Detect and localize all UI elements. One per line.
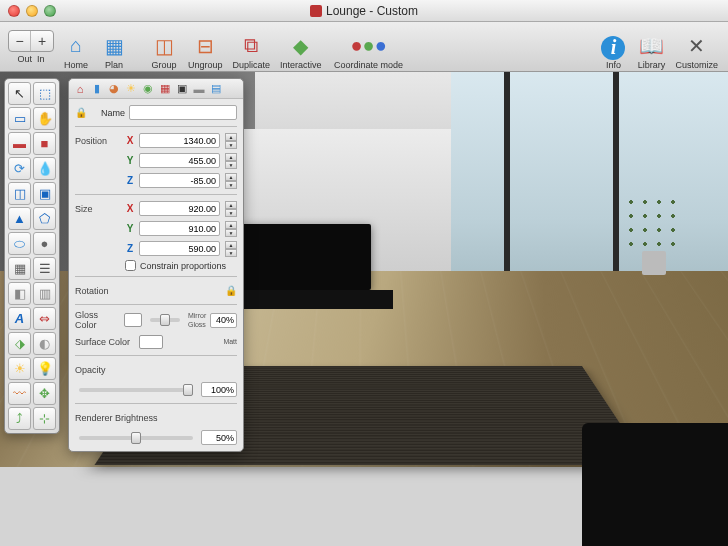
minimize-window-button[interactable]: [26, 5, 38, 17]
opacity-pct-field[interactable]: [201, 382, 237, 397]
info-icon: i: [601, 36, 625, 60]
window-title: Lounge - Custom: [326, 4, 418, 18]
coordinate-icon: ●●●: [355, 32, 383, 60]
ungroup-button[interactable]: ⊟Ungroup: [184, 24, 227, 70]
path-tool[interactable]: ⤴: [8, 407, 31, 430]
coordinate-mode-button[interactable]: ●●●Coordinate mode: [328, 24, 410, 70]
position-x-stepper[interactable]: ▲▼: [225, 133, 237, 148]
size-z-stepper[interactable]: ▲▼: [225, 241, 237, 256]
home-button[interactable]: ⌂Home: [58, 24, 94, 70]
inspector-layers-icon[interactable]: ▦: [158, 82, 172, 96]
light-tool[interactable]: ☀: [8, 357, 31, 380]
select-tool[interactable]: ⬚: [33, 82, 56, 105]
zoom-in-button[interactable]: +: [31, 31, 53, 51]
axis-y-label: Y: [125, 155, 135, 166]
gloss-color-swatch[interactable]: [124, 313, 142, 327]
size-y-stepper[interactable]: ▲▼: [225, 221, 237, 236]
size-z-field[interactable]: [139, 241, 220, 256]
fill-rect-tool[interactable]: ■: [33, 132, 56, 155]
move-tool[interactable]: ✥: [33, 382, 56, 405]
hand-tool[interactable]: ✋: [33, 107, 56, 130]
group-icon: ◫: [150, 32, 178, 60]
window-tool[interactable]: ◫: [8, 182, 31, 205]
inspector-globe-icon[interactable]: ◉: [141, 82, 155, 96]
document-icon: [310, 5, 322, 17]
cylinder-tool[interactable]: ⬭: [8, 232, 31, 255]
roof-tool[interactable]: ⬗: [8, 332, 31, 355]
name-field[interactable]: [129, 105, 237, 120]
customize-button[interactable]: ✕Customize: [671, 24, 722, 70]
tool-palette: ↖ ⬚ ▭ ✋ ▬ ■ ⟳ 💧 ◫ ▣ ▲ ⬠ ⬭ ● ▦ ☰ ◧ ▥ A ⇔ …: [4, 78, 60, 434]
group-button[interactable]: ◫Group: [146, 24, 182, 70]
tv-object: [240, 224, 371, 290]
close-window-button[interactable]: [8, 5, 20, 17]
cube-tool[interactable]: ◧: [8, 282, 31, 305]
measure-tool[interactable]: ⇔: [33, 307, 56, 330]
door-tool[interactable]: ▣: [33, 182, 56, 205]
inspector-light-icon[interactable]: ☀: [124, 82, 138, 96]
rotation-lock-icon[interactable]: 🔒: [225, 285, 237, 297]
bulb-tool[interactable]: 💡: [33, 357, 56, 380]
gloss-pct-field[interactable]: [210, 313, 237, 328]
sofa-object: [582, 423, 728, 546]
position-z-stepper[interactable]: ▲▼: [225, 173, 237, 188]
inspector-wall-icon[interactable]: ▬: [192, 82, 206, 96]
opacity-label: Opacity: [75, 365, 121, 375]
size-y-field[interactable]: [139, 221, 220, 236]
wall-tool[interactable]: ▭: [8, 107, 31, 130]
curve-tool[interactable]: 〰: [8, 382, 31, 405]
library-icon: 📖: [637, 32, 665, 60]
lock-icon[interactable]: 🔒: [75, 107, 87, 119]
plan-icon: ▦: [100, 32, 128, 60]
zoom-window-button[interactable]: [44, 5, 56, 17]
ungroup-icon: ⊟: [191, 32, 219, 60]
position-x-field[interactable]: [139, 133, 220, 148]
surface-color-swatch[interactable]: [139, 335, 163, 349]
rotate-tool[interactable]: ⟳: [8, 157, 31, 180]
position-z-field[interactable]: [139, 173, 220, 188]
material-tool[interactable]: ◐: [33, 332, 56, 355]
customize-icon: ✕: [683, 32, 711, 60]
inspector-film-icon[interactable]: ▤: [209, 82, 223, 96]
brightness-slider[interactable]: [79, 436, 193, 440]
pentagon-tool[interactable]: ⬠: [33, 207, 56, 230]
node-tool[interactable]: ⊹: [33, 407, 56, 430]
interactive-icon: ◆: [287, 32, 315, 60]
duplicate-icon: ⧉: [237, 32, 265, 60]
inspector-camera-icon[interactable]: ▣: [175, 82, 189, 96]
plan-button[interactable]: ▦Plan: [96, 24, 132, 70]
size-x-stepper[interactable]: ▲▼: [225, 201, 237, 216]
inspector-paint-icon[interactable]: ◕: [107, 82, 121, 96]
inspector-chart-icon[interactable]: ▮: [90, 82, 104, 96]
pointer-tool[interactable]: ↖: [8, 82, 31, 105]
duplicate-button[interactable]: ⧉Duplicate: [229, 24, 275, 70]
brightness-pct-field[interactable]: [201, 430, 237, 445]
interactive-button[interactable]: ◆Interactive: [276, 24, 326, 70]
constrain-checkbox[interactable]: [125, 260, 136, 271]
sphere-tool[interactable]: ●: [33, 232, 56, 255]
text-tool[interactable]: A: [8, 307, 31, 330]
stairs-tool[interactable]: ☰: [33, 257, 56, 280]
gloss-slider[interactable]: [150, 318, 180, 322]
grid-tool[interactable]: ▦: [8, 257, 31, 280]
rect-tool[interactable]: ▬: [8, 132, 31, 155]
home-icon: ⌂: [62, 32, 90, 60]
position-label: Position: [75, 136, 121, 146]
zoom-in-label: In: [37, 54, 45, 64]
name-label: Name: [101, 108, 125, 118]
axis-z-label: Z: [125, 175, 135, 186]
opacity-slider[interactable]: [79, 388, 193, 392]
inspector-home-icon[interactable]: ⌂: [73, 82, 87, 96]
gloss-color-label: Gloss Color: [75, 310, 120, 330]
size-label: Size: [75, 204, 121, 214]
inspector-panel: ⌂ ▮ ◕ ☀ ◉ ▦ ▣ ▬ ▤ 🔒 Name Position X ▲▼ Y…: [68, 78, 244, 452]
position-y-field[interactable]: [139, 153, 220, 168]
zoom-out-button[interactable]: −: [9, 31, 31, 51]
position-y-stepper[interactable]: ▲▼: [225, 153, 237, 168]
triangle-tool[interactable]: ▲: [8, 207, 31, 230]
size-x-field[interactable]: [139, 201, 220, 216]
panel-tool[interactable]: ▥: [33, 282, 56, 305]
library-button[interactable]: 📖Library: [633, 24, 669, 70]
info-button[interactable]: iInfo: [595, 24, 631, 70]
eyedropper-tool[interactable]: 💧: [33, 157, 56, 180]
